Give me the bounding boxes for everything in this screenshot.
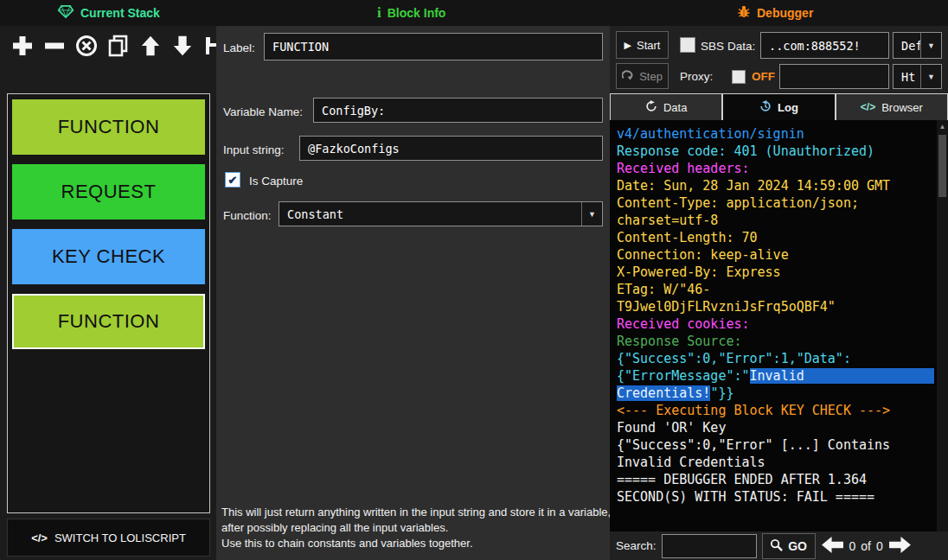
next-match-button[interactable] (888, 535, 912, 557)
input-string-label: Input string: (223, 143, 285, 156)
tab-log-label: Log (778, 101, 798, 114)
proxy-status: OFF (752, 70, 775, 83)
add-block-button[interactable] (9, 33, 36, 60)
variable-name-input[interactable] (313, 98, 603, 123)
arrow-up-icon (139, 34, 162, 60)
log-line: {"Success":0,"Error" [...] Contains (617, 436, 948, 454)
x-circle-icon (74, 34, 99, 60)
is-capture-label: Is Capture (249, 175, 303, 188)
move-down-button[interactable] (169, 33, 196, 60)
refresh-icon (645, 100, 657, 115)
log-line: Connection: keep-alive (617, 246, 948, 264)
plus-icon (10, 34, 35, 60)
label-input[interactable] (264, 33, 603, 60)
log-line: ETag: W/"46- (617, 281, 948, 298)
debugger-title: Debugger (757, 6, 813, 20)
chevron-down-icon: ▼ (920, 33, 941, 58)
arrow-right-icon (888, 535, 912, 557)
log-line: v4/authentication/signin (617, 125, 948, 143)
proxy-checkbox[interactable] (732, 70, 746, 84)
move-up-button[interactable] (137, 33, 164, 60)
function-dropdown[interactable]: Constant ▼ (279, 201, 603, 226)
sbs-label: SBS (701, 40, 724, 53)
log-line: Invalid Credentials (617, 454, 948, 471)
log-line: Response Source: (617, 333, 948, 350)
search-go-button[interactable]: GO (762, 533, 816, 559)
start-button[interactable]: ▶ Start (616, 31, 669, 59)
minus-icon (42, 34, 67, 60)
play-icon: ▶ (625, 40, 631, 51)
proxy-label: Proxy: (680, 70, 713, 83)
description-text-1: This will just return anything written i… (221, 505, 612, 536)
tab-data[interactable]: Data (610, 93, 722, 120)
debugger-panel: ▶ Start Step SBS Data: Def ▼ Proxy: OFF … (610, 26, 948, 560)
go-button-label: GO (788, 539, 807, 553)
block-info-header: i Block Info (377, 0, 445, 26)
step-button-label: Step (639, 70, 663, 83)
description-text-2: Use this to chain constants and variable… (221, 536, 612, 551)
function-label: Function: (223, 209, 272, 222)
block-info-title: Block Info (388, 6, 446, 20)
data-label: Data: (727, 40, 755, 53)
log-line: Date: Sun, 28 Jan 2024 14:59:00 GMT (617, 177, 948, 194)
proxy-type-dropdown[interactable]: Ht ▼ (893, 64, 942, 89)
proxy-input[interactable] (779, 64, 889, 89)
previous-match-button[interactable] (821, 535, 844, 557)
search-label: Search: (616, 539, 657, 552)
bug-icon (737, 4, 751, 22)
chevron-down-icon: ▼ (581, 202, 602, 226)
label-field-label: Label: (223, 41, 255, 54)
sbs-checkbox[interactable] (680, 37, 695, 53)
log-output: v4/authentication/signinResponse code: 4… (610, 120, 948, 531)
log-line: Response code: 401 (Unauthorized) (617, 143, 948, 160)
switch-to-loliscript-button[interactable]: </> SWITCH TO LOLISCRIPT (7, 519, 210, 557)
switch-button-label: SWITCH TO LOLISCRIPT (54, 531, 186, 544)
code-icon: </> (861, 101, 875, 113)
tab-log[interactable]: Log (722, 93, 835, 120)
step-button[interactable]: Step (616, 63, 669, 89)
top-header-bar: Current Stack i Block Info Debugger (0, 0, 948, 26)
current-stack-title: Current Stack (80, 6, 160, 20)
log-line: charset=utf-8 (617, 212, 948, 229)
info-icon: i (377, 4, 381, 22)
clone-block-button[interactable] (105, 33, 132, 60)
stack-block-function[interactable]: FUNCTION (12, 99, 205, 155)
function-dropdown-value: Constant (279, 202, 581, 226)
tab-browser[interactable]: </> Browser (836, 93, 948, 120)
is-capture-checkbox[interactable] (225, 172, 240, 188)
stack-block-function[interactable]: FUNCTION (12, 294, 205, 349)
stack-block-request[interactable]: REQUEST (12, 164, 205, 220)
code-icon: </> (31, 531, 48, 544)
proxy-type-value: Ht (894, 65, 920, 88)
input-string-input[interactable] (299, 136, 603, 161)
arrow-down-icon (171, 34, 194, 60)
tab-browser-label: Browser (881, 101, 923, 114)
search-icon (770, 538, 783, 554)
scroll-up-icon[interactable]: ▲ (937, 123, 948, 130)
log-search-bar: Search: GO 0 of 0 (610, 531, 948, 560)
disable-block-button[interactable] (73, 33, 100, 60)
wordlist-type-value: Def (894, 33, 920, 58)
log-line: Received cookies: (617, 315, 948, 333)
stack-block-key-check[interactable]: KEY CHECK (12, 229, 205, 284)
stack-toolbar (9, 33, 228, 60)
log-line: Found 'OR' Key (617, 419, 948, 436)
data-input[interactable] (760, 32, 889, 59)
remove-block-button[interactable] (41, 33, 68, 60)
log-line: {"Success":0,"Error":1,"Data": (617, 350, 948, 367)
block-description: This will just return anything written i… (221, 505, 612, 551)
log-line: <--- Executing Block KEY CHECK ---> (617, 402, 948, 419)
current-stack-header: Current Stack (57, 0, 160, 26)
log-line: ===== DEBUGGER ENDED AFTER 1.364 (617, 471, 948, 488)
log-line: T9Jwel0DjFLRvzniJsFrq5oQBF4" (617, 298, 948, 315)
debugger-header: Debugger (737, 0, 813, 26)
log-scrollbar[interactable]: ▲ (937, 120, 948, 531)
match-current: 0 (849, 539, 856, 553)
tab-data-label: Data (663, 101, 687, 114)
wordlist-type-dropdown[interactable]: Def ▼ (893, 32, 942, 59)
scrollbar-thumb[interactable] (938, 135, 946, 197)
search-input[interactable] (662, 534, 757, 558)
arrow-left-icon (821, 535, 844, 557)
chevron-down-icon: ▼ (920, 65, 941, 88)
stack-column: FUNCTIONREQUESTKEY CHECKFUNCTION </> SWI… (0, 26, 216, 560)
